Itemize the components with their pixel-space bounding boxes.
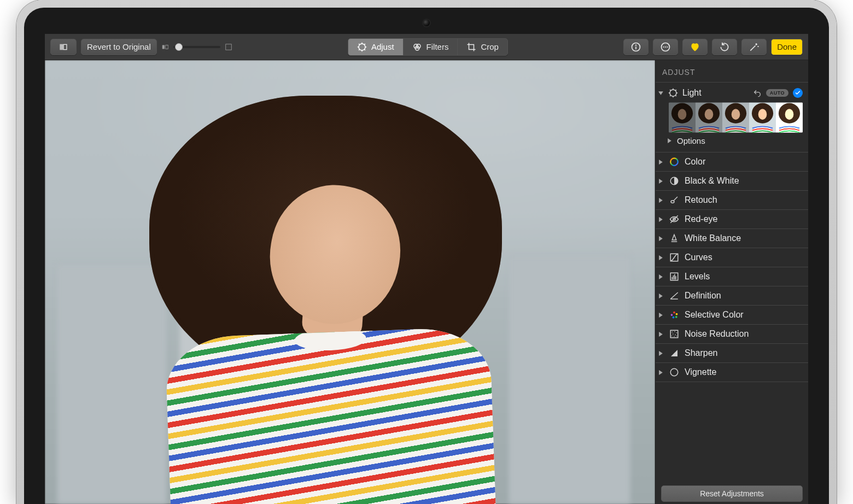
white-balance-icon: [669, 233, 679, 243]
adjustment-noise-reduction[interactable]: Noise Reduction: [656, 325, 808, 344]
levels-icon: [669, 272, 679, 282]
chevron-right-icon: [658, 159, 664, 165]
tab-adjust-label: Adjust: [371, 42, 394, 51]
noise-reduction-icon: [669, 329, 679, 339]
compare-original-button[interactable]: [50, 39, 77, 55]
photo-canvas[interactable]: [45, 60, 655, 504]
light-thumb-5[interactable]: [776, 102, 803, 133]
adjustment-label: Vignette: [685, 367, 803, 377]
light-options-label: Options: [677, 136, 705, 145]
adjustment-label: Black & White: [685, 176, 803, 186]
adjustment-label: Noise Reduction: [685, 329, 803, 339]
light-thumb-3[interactable]: [722, 102, 749, 133]
curves-icon: [669, 253, 679, 262]
chevron-right-icon: [658, 216, 664, 222]
selective-color-icon: [669, 310, 679, 320]
adjustment-levels[interactable]: Levels: [656, 267, 808, 286]
adjustment-label: Selective Color: [685, 310, 803, 320]
wand-icon: [749, 42, 759, 52]
crop-icon: [466, 42, 476, 52]
mode-segmented-control: Adjust Filters Crop: [348, 38, 508, 56]
adjustment-label: Definition: [685, 291, 803, 301]
tab-filters[interactable]: Filters: [404, 39, 458, 55]
toolbar: Revert to Original Adjust: [45, 34, 808, 60]
chevron-down-icon[interactable]: [658, 90, 664, 96]
auto-enhance-button[interactable]: [741, 39, 767, 55]
red-eye-icon: [669, 214, 679, 224]
laptop-frame: Revert to Original Adjust: [16, 0, 837, 504]
retouch-icon: [669, 195, 679, 205]
vignette-icon: [669, 367, 679, 377]
adjustment-list: ColorBlack & WhiteRetouchRed-eyeWhite Ba…: [656, 153, 808, 479]
adjustment-light: Light AUTO: [656, 83, 808, 153]
adjustment-retouch[interactable]: Retouch: [656, 191, 808, 210]
adjustment-label: Red-eye: [685, 214, 803, 224]
rotate-icon: [719, 42, 730, 52]
chevron-right-icon: [658, 370, 664, 376]
enabled-checkmark[interactable]: [793, 88, 803, 98]
zoom-thumb[interactable]: [175, 43, 183, 51]
adjustment-label: Curves: [685, 253, 803, 262]
zoom-in-icon: [225, 43, 232, 51]
rotate-button[interactable]: [712, 39, 737, 55]
adjustment-curves[interactable]: Curves: [656, 248, 808, 267]
info-button[interactable]: [623, 39, 648, 55]
chevron-right-icon: [658, 255, 664, 261]
adjustment-color[interactable]: Color: [656, 153, 808, 172]
done-label: Done: [777, 42, 797, 51]
light-thumb-1[interactable]: [669, 102, 696, 133]
tab-crop-label: Crop: [481, 42, 499, 51]
chevron-right-icon: [658, 274, 664, 280]
light-thumbnail-strip[interactable]: [669, 102, 803, 133]
adjustment-label: Color: [685, 157, 803, 167]
chevron-right-icon: [658, 178, 664, 184]
light-label: Light: [682, 88, 749, 98]
more-icon: [660, 42, 671, 52]
tab-adjust[interactable]: Adjust: [348, 39, 404, 55]
adjustment-white-balance[interactable]: White Balance: [656, 229, 808, 248]
sidebar-title: ADJUST: [656, 60, 808, 83]
done-button[interactable]: Done: [771, 39, 803, 55]
laptop-bezel: Revert to Original Adjust: [24, 8, 829, 504]
adjust-icon: [357, 42, 367, 52]
light-icon: [668, 88, 678, 98]
adjustment-selective-color[interactable]: Selective Color: [656, 306, 808, 325]
adjustment-red-eye[interactable]: Red-eye: [656, 210, 808, 229]
chevron-right-icon: [667, 138, 673, 144]
compare-icon: [57, 43, 69, 51]
more-button[interactable]: [653, 39, 678, 55]
light-options-row[interactable]: Options: [667, 136, 803, 145]
chevron-right-icon: [658, 331, 664, 337]
chevron-right-icon: [658, 350, 664, 356]
adjustment-black-white[interactable]: Black & White: [656, 172, 808, 191]
revert-label: Revert to Original: [87, 42, 151, 51]
heart-icon: [690, 42, 700, 52]
app-screen: Revert to Original Adjust: [45, 34, 808, 504]
adjustment-label: White Balance: [685, 233, 803, 243]
light-thumb-4[interactable]: [749, 102, 776, 133]
auto-button[interactable]: AUTO: [766, 89, 788, 97]
zoom-slider[interactable]: [161, 43, 232, 51]
check-icon: [794, 90, 801, 96]
adjustment-label: Retouch: [685, 195, 803, 205]
light-thumb-2[interactable]: [696, 102, 722, 133]
info-icon: [630, 42, 641, 52]
adjustment-label: Sharpen: [685, 348, 803, 358]
adjustment-sharpen[interactable]: Sharpen: [656, 344, 808, 363]
adjustment-definition[interactable]: Definition: [656, 286, 808, 306]
adjust-sidebar: ADJUST Light AUTO: [655, 60, 808, 504]
chevron-right-icon: [658, 312, 664, 318]
zoom-track[interactable]: [173, 46, 220, 48]
tab-crop[interactable]: Crop: [458, 39, 507, 55]
revert-button[interactable]: Revert to Original: [81, 39, 157, 55]
favorite-button[interactable]: [682, 39, 708, 55]
adjustment-vignette[interactable]: Vignette: [656, 363, 808, 382]
undo-icon[interactable]: [753, 89, 762, 97]
chevron-right-icon: [658, 197, 664, 203]
zoom-out-icon: [161, 43, 169, 51]
adjustment-label: Levels: [685, 272, 803, 282]
reset-adjustments-button[interactable]: Reset Adjustments: [661, 485, 803, 502]
chevron-right-icon: [658, 293, 664, 299]
camera-dot: [423, 20, 430, 26]
tab-filters-label: Filters: [426, 42, 449, 51]
